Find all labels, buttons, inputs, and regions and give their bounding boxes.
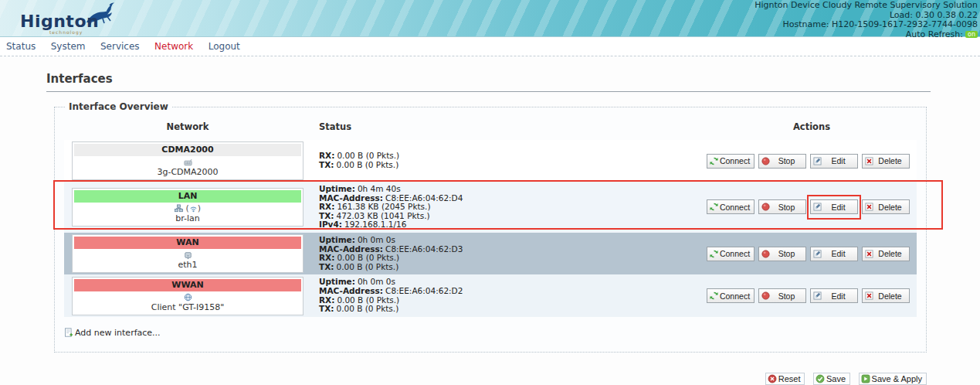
- status-cdma2000: RX:0.00 B (0 Pkts.) TX:0.00 B (0 Pkts.): [319, 150, 707, 171]
- edit-button[interactable]: Edit: [810, 288, 858, 303]
- network-box-wan: WAN eth1: [72, 234, 303, 273]
- table-row-cdma2000: CDMA2000 3g-CDMA2000 RX:0.00 B (0 Pkts.)…: [64, 140, 917, 182]
- device-name: Client "GT-I9158": [73, 303, 303, 315]
- hignton-logo: Hignton technology: [9, 2, 187, 36]
- stop-icon: [761, 250, 770, 258]
- edit-button-lan[interactable]: Edit: [810, 199, 858, 214]
- modem-3g-icon: [184, 158, 192, 167]
- nav-logout[interactable]: Logout: [209, 41, 240, 52]
- edit-icon: [813, 203, 822, 211]
- nav-network[interactable]: Network: [154, 41, 193, 52]
- auto-refresh-line: Auto Refresh:on: [754, 30, 978, 40]
- zone-label: WAN: [74, 237, 301, 249]
- app-header: Hignton technology Hignton Device Cloudy…: [0, 0, 980, 37]
- bridge-icon: [175, 204, 183, 213]
- table-row-wan: WAN eth1 Uptime:0h 0m 0s MAC-Address:C8:…: [64, 233, 917, 274]
- interface-overview-section: Interface Overview Network Status Action…: [54, 101, 927, 353]
- reload-icon: [710, 203, 718, 211]
- ethernet-port-icon: [184, 251, 192, 260]
- network-box-lan: LAN () br-lan: [72, 188, 303, 227]
- edit-button[interactable]: Edit: [810, 154, 858, 169]
- connect-button[interactable]: Connect: [707, 199, 754, 214]
- device-name: br-lan: [73, 214, 303, 226]
- hostname-value: H120-1509-1617-2932-7744-0098: [832, 19, 978, 29]
- nav-system[interactable]: System: [51, 41, 86, 52]
- edit-icon: [813, 250, 822, 258]
- save-apply-button[interactable]: Save & Apply: [859, 373, 927, 385]
- logo-text: Hignton: [20, 12, 99, 31]
- save-button[interactable]: Save: [813, 373, 850, 385]
- save-icon: [816, 374, 825, 383]
- edit-button[interactable]: Edit: [810, 247, 858, 261]
- auto-refresh-toggle[interactable]: on: [965, 31, 978, 38]
- system-info: Hignton Device Cloudy Remote Supervisory…: [754, 1, 978, 39]
- stop-icon: [761, 157, 770, 165]
- add-new-interface-link[interactable]: Add new interface...: [64, 328, 161, 338]
- wifi-icon: [189, 204, 198, 213]
- zone-label: WWAN: [74, 279, 301, 291]
- connect-button[interactable]: Connect: [707, 154, 754, 169]
- delete-icon: [865, 291, 873, 300]
- nav-services[interactable]: Services: [100, 41, 140, 52]
- reload-icon: [710, 250, 718, 258]
- column-header-status: Status: [311, 121, 707, 132]
- stop-button[interactable]: Stop: [758, 154, 806, 169]
- page-title: Interfaces: [46, 72, 931, 92]
- reset-icon: [768, 374, 777, 383]
- column-header-network: Network: [64, 121, 311, 132]
- column-header-actions: Actions: [707, 121, 917, 132]
- delete-button[interactable]: Delete: [862, 154, 910, 169]
- reload-icon: [710, 291, 718, 300]
- logo-subtext: technology: [49, 29, 83, 35]
- reset-button[interactable]: Reset: [765, 373, 805, 385]
- delete-icon: [865, 203, 873, 211]
- section-legend: Interface Overview: [66, 101, 171, 112]
- delete-button[interactable]: Delete: [862, 288, 910, 303]
- stop-button[interactable]: Stop: [758, 247, 806, 261]
- delete-button[interactable]: Delete: [862, 247, 910, 261]
- stop-button[interactable]: Stop: [758, 288, 806, 303]
- stop-icon: [761, 291, 770, 300]
- reload-icon: [710, 157, 718, 165]
- delete-button[interactable]: Delete: [862, 199, 910, 214]
- edit-icon: [813, 291, 822, 300]
- stop-icon: [761, 203, 770, 211]
- main-nav: Status System Services Network Logout: [0, 37, 980, 56]
- footer-buttons: Reset Save Save & Apply: [46, 373, 927, 385]
- wireless-client-icon: [184, 293, 192, 302]
- content-area: Interfaces Interface Overview Network St…: [46, 72, 931, 385]
- network-box-cdma2000: CDMA2000 3g-CDMA2000: [72, 141, 303, 180]
- nav-status[interactable]: Status: [6, 41, 36, 52]
- table-row-wwan: WWAN Client "GT-I9158" Uptime:0h 0m 0s M…: [64, 274, 917, 316]
- table-row-lan: LAN () br-lan Uptime:0h 4m 40s MAC-Addre…: [64, 182, 917, 233]
- connect-button[interactable]: Connect: [707, 247, 754, 261]
- add-page-icon: [64, 328, 73, 337]
- device-name: 3g-CDMA2000: [73, 168, 303, 179]
- edit-icon: [813, 157, 822, 165]
- delete-icon: [865, 250, 873, 258]
- connect-button[interactable]: Connect: [707, 288, 754, 303]
- delete-icon: [865, 157, 873, 165]
- device-name: eth1: [73, 261, 303, 272]
- save-apply-icon: [861, 374, 870, 383]
- stop-button[interactable]: Stop: [758, 199, 806, 214]
- load-value: 0.30 0.38 0.22: [916, 10, 978, 20]
- network-box-wwan: WWAN Client "GT-I9158": [72, 277, 303, 315]
- status-lan: Uptime:0h 4m 40s MAC-Address:C8:EE:A6:04…: [319, 183, 707, 231]
- zone-label: LAN: [74, 190, 301, 203]
- zone-label: CDMA2000: [74, 144, 301, 156]
- table-header: Network Status Actions: [64, 115, 917, 140]
- status-wan: Uptime:0h 0m 0s MAC-Address:C8:EE:A6:04:…: [319, 234, 707, 273]
- status-wwan: Uptime:0h 0m 0s MAC-Address:C8:EE:A6:04:…: [319, 276, 707, 315]
